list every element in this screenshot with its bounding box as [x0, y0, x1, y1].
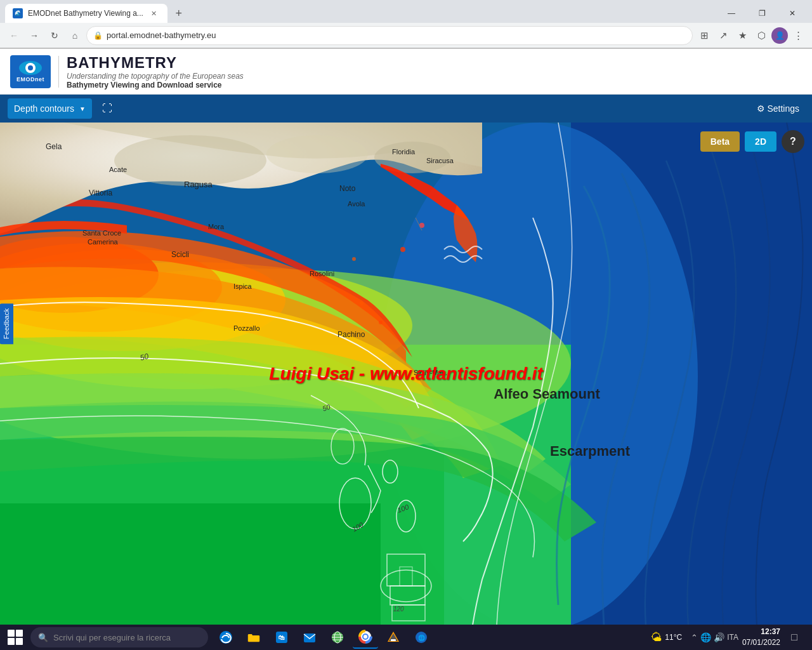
address-text: portal.emodnet-bathymetry.eu: [107, 30, 686, 40]
svg-text:Scicli: Scicli: [171, 250, 189, 259]
toolbar-left: Depth contours ▼ ⛶: [8, 98, 117, 119]
taskbar-browser2-icon[interactable]: 🌐: [409, 626, 434, 649]
svg-text:Santa Croce: Santa Croce: [82, 229, 121, 237]
svg-text:Sicily-Mal...: Sicily-Mal...: [414, 369, 449, 376]
clock-date: 07/01/2022: [742, 637, 780, 648]
svg-text:Avola: Avola: [348, 200, 365, 208]
bookmark-button[interactable]: ★: [733, 27, 751, 44]
taskbar-folder-icon[interactable]: [241, 626, 266, 649]
map-container[interactable]: 50 50 100 100 120 Gela Acate Vittoria Ra…: [0, 123, 812, 625]
speaker-icon[interactable]: 🔊: [714, 632, 724, 642]
taskbar-maps-icon[interactable]: [325, 626, 350, 649]
svg-text:Noto: Noto: [339, 184, 356, 193]
taskbar-search-placeholder: Scrivi qui per eseguire la ricerca: [53, 633, 171, 642]
taskbar-chrome-icon[interactable]: [353, 626, 378, 649]
refresh-button[interactable]: ↻: [46, 27, 63, 44]
translate-button[interactable]: ⊞: [695, 27, 713, 44]
expand-button[interactable]: ⛶: [97, 98, 117, 119]
map-svg: 50 50 100 100 120 Gela Acate Vittoria Ra…: [0, 123, 812, 625]
tab-title: EMODnet Bathymetry Viewing a...: [28, 9, 143, 18]
system-tray-icons: ⌃ 🌐 🔊 ITA: [691, 632, 738, 642]
share-button[interactable]: ↗: [714, 27, 732, 44]
svg-text:Ragusa: Ragusa: [184, 180, 213, 189]
maximize-button[interactable]: ❐: [747, 3, 776, 23]
svg-text:Ispica: Ispica: [233, 282, 252, 290]
lock-icon: 🔒: [93, 31, 103, 40]
navigation-bar: ← → ↻ ⌂ 🔒 portal.emodnet-bathymetry.eu ⊞…: [0, 23, 812, 48]
emodnet-logo: EMODnet: [10, 55, 51, 88]
header-text: BATHYMETRY Understanding the topography …: [67, 54, 244, 90]
forward-button[interactable]: →: [25, 27, 43, 44]
dropdown-arrow-icon: ▼: [79, 105, 86, 112]
app-subtitle2: Bathymetry Viewing and Download service: [67, 81, 244, 90]
browser-tab-active[interactable]: 🌊 EMODnet Bathymetry Viewing a... ✕: [5, 4, 167, 23]
taskbar-vlc-icon[interactable]: [381, 626, 406, 649]
notification-button[interactable]: □: [784, 626, 804, 649]
logo-container: EMODnet BATHYMETRY Understanding the top…: [10, 54, 244, 90]
svg-text:Mora: Mora: [208, 223, 225, 230]
settings-label: ⚙ Settings: [757, 103, 799, 114]
feedback-button[interactable]: Feedback: [0, 303, 13, 344]
taskbar-mail-icon[interactable]: [297, 626, 322, 649]
beta-button[interactable]: Beta: [700, 131, 740, 152]
map-toolbar: Depth contours ▼ ⛶ ⚙ Settings: [0, 95, 812, 123]
header-divider: [58, 56, 59, 88]
start-button[interactable]: [3, 626, 28, 649]
svg-point-12: [266, 135, 368, 173]
svg-point-48: [352, 257, 356, 261]
minimize-button[interactable]: —: [717, 3, 746, 23]
chevron-up-icon[interactable]: ⌃: [691, 633, 698, 642]
tab-close-button[interactable]: ✕: [148, 8, 160, 19]
depth-contours-dropdown[interactable]: Depth contours ▼: [8, 98, 92, 119]
svg-rect-70: [391, 639, 396, 641]
tab-favicon: 🌊: [13, 8, 23, 18]
svg-rect-5: [0, 503, 381, 625]
svg-text:Camerina: Camerina: [88, 238, 119, 246]
svg-text:🛍: 🛍: [278, 634, 285, 641]
help-button[interactable]: ?: [782, 130, 804, 153]
taskbar-pinned-apps: 🛍: [213, 626, 434, 649]
back-button[interactable]: ←: [5, 27, 23, 44]
svg-rect-56: [304, 633, 315, 642]
home-button[interactable]: ⌂: [66, 27, 84, 44]
svg-point-50: [379, 321, 383, 324]
app-title: BATHYMETRY: [67, 54, 244, 72]
app-subtitle1: Understanding the topography of the Euro…: [67, 72, 244, 81]
svg-text:Pachino: Pachino: [337, 330, 365, 339]
map-controls: Beta 2D ?: [700, 130, 804, 153]
taskbar-store-icon[interactable]: 🛍: [269, 626, 294, 649]
svg-text:Pozzallo: Pozzallo: [233, 324, 260, 332]
taskbar-clock[interactable]: 12:37 07/01/2022: [742, 627, 780, 648]
notification-icon: □: [791, 632, 797, 643]
taskbar-edge-icon[interactable]: [213, 626, 239, 649]
logo-eye-pupil: [28, 65, 33, 70]
logo-eye-inner: [25, 63, 36, 73]
clock-time: 12:37: [742, 627, 780, 637]
language-label: ITA: [727, 633, 738, 642]
svg-text:Siracusa: Siracusa: [426, 157, 454, 164]
close-button[interactable]: ✕: [778, 3, 807, 23]
menu-button[interactable]: ⋮: [789, 27, 807, 44]
new-tab-button[interactable]: +: [170, 4, 188, 22]
taskbar-system-tray: 🌤 11°C ⌃ 🌐 🔊 ITA 12:37 07/01/2022 □: [651, 626, 809, 649]
view-2d-button[interactable]: 2D: [745, 131, 776, 152]
logo-eye-shape: [19, 61, 42, 75]
extensions-button[interactable]: ⬡: [752, 27, 770, 44]
logo-text: EMODnet: [16, 76, 44, 83]
weather-icon: 🌤: [651, 631, 662, 644]
svg-point-67: [363, 635, 367, 639]
svg-text:Escarpment: Escarpment: [550, 443, 631, 459]
profile-avatar[interactable]: 👤: [771, 27, 788, 44]
svg-point-51: [400, 247, 405, 252]
taskbar-search-box[interactable]: 🔍 Scrivi qui per eseguire la ricerca: [30, 627, 208, 647]
settings-button[interactable]: ⚙ Settings: [752, 101, 804, 116]
svg-point-49: [360, 302, 363, 305]
window-controls: — ❐ ✕: [717, 3, 812, 23]
network-icon[interactable]: 🌐: [700, 632, 711, 642]
nav-right-icons: ⊞ ↗ ★ ⬡ 👤 ⋮: [695, 27, 807, 44]
address-bar[interactable]: 🔒 portal.emodnet-bathymetry.eu: [86, 26, 693, 45]
svg-text:120: 120: [393, 606, 404, 613]
svg-text:Acate: Acate: [109, 166, 127, 173]
windows-taskbar: 🔍 Scrivi qui per eseguire la ricerca 🛍: [0, 625, 812, 650]
svg-text:🌐: 🌐: [418, 634, 426, 642]
